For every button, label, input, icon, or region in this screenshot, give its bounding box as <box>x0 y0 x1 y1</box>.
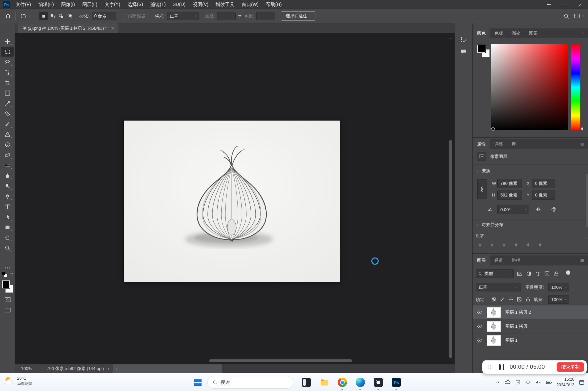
rotation-angle-dropdown[interactable] <box>522 205 529 214</box>
tab-patterns[interactable]: 图案 <box>525 28 542 38</box>
feather-input[interactable]: 0 像素 <box>92 12 116 20</box>
version-history-button[interactable] <box>459 35 468 44</box>
layer-thumbnail[interactable] <box>487 307 501 318</box>
crop-tool[interactable] <box>1 78 14 88</box>
layer-name[interactable]: 图层 1 <box>505 337 518 343</box>
eyedropper-tool[interactable] <box>1 99 14 108</box>
phone-link-app-icon[interactable] <box>301 377 311 387</box>
add-selection-mode-button[interactable] <box>48 12 57 20</box>
dodge-tool[interactable] <box>1 181 14 191</box>
intersect-selection-mode-button[interactable] <box>65 12 74 20</box>
lock-all-icon[interactable] <box>525 297 531 302</box>
input-method-icon[interactable] <box>515 379 521 385</box>
rectangular-marquee-tool[interactable] <box>1 47 14 57</box>
foreground-color-swatch[interactable] <box>477 45 485 53</box>
tab-color[interactable]: 颜色 <box>473 28 490 38</box>
layer-name[interactable]: 图层 1 拷贝 <box>505 323 527 329</box>
rectangle-tool[interactable] <box>1 222 14 232</box>
properties-scrollbar-thumb[interactable] <box>586 174 588 227</box>
history-brush-tool[interactable] <box>1 140 14 150</box>
start-button[interactable] <box>193 377 203 387</box>
color-field-selector[interactable] <box>491 127 495 131</box>
horizontal-scroll-thumb[interactable] <box>209 359 352 362</box>
align-center-horizontal-icon[interactable] <box>490 242 494 247</box>
object-selection-tool[interactable] <box>1 68 14 77</box>
fill-input[interactable]: 100% <box>548 295 562 304</box>
align-top-icon[interactable] <box>514 242 518 247</box>
menu-select[interactable]: 选择(S) <box>124 0 147 9</box>
panel-menu-icon[interactable] <box>580 258 585 263</box>
layer-visibility-icon[interactable] <box>477 337 483 343</box>
tool-preset-button[interactable] <box>19 13 32 19</box>
vertical-scroll-thumb[interactable] <box>449 140 452 358</box>
opacity-dropdown[interactable] <box>562 283 569 291</box>
vertical-scrollbar[interactable] <box>448 37 453 358</box>
volume-muted-icon[interactable] <box>535 379 541 385</box>
gradient-tool[interactable] <box>1 161 14 170</box>
spot-healing-brush-tool[interactable] <box>1 109 14 119</box>
quick-mask-button[interactable] <box>0 296 15 303</box>
frame-tool[interactable] <box>1 88 14 98</box>
document-tab[interactable]: 例 (2).png @ 100% (图层 1 拷贝 2, RGB/8#) * <box>18 23 118 33</box>
workspace-switcher-button[interactable] <box>573 13 585 19</box>
fill-dropdown[interactable] <box>562 295 569 304</box>
weather-widget[interactable]: 28°C 局部晴朗 <box>3 375 32 387</box>
flip-horizontal-icon[interactable] <box>535 206 542 213</box>
close-button[interactable] <box>572 0 588 9</box>
filter-smart-objects-icon[interactable] <box>553 271 559 277</box>
notification-center-icon[interactable] <box>579 379 585 385</box>
scroll-up-icon[interactable] <box>449 37 453 41</box>
chrome-icon[interactable] <box>337 377 347 387</box>
comments-button[interactable] <box>459 47 468 56</box>
search-button[interactable] <box>562 13 571 19</box>
layer-visibility-icon[interactable] <box>477 309 483 315</box>
filter-type-layers-icon[interactable] <box>535 271 541 277</box>
link-dimensions-button[interactable] <box>477 179 487 199</box>
transform-height-input[interactable]: 592 像素 <box>497 191 522 200</box>
tab-channels[interactable]: 通道 <box>490 255 507 265</box>
transform-width-input[interactable]: 790 像素 <box>497 179 522 188</box>
tab-close-icon[interactable] <box>111 27 114 30</box>
lock-artboard-icon[interactable] <box>517 297 522 302</box>
menu-window[interactable]: 窗口(W) <box>238 0 262 9</box>
lock-position-icon[interactable] <box>508 297 514 302</box>
hue-slider[interactable] <box>571 44 580 130</box>
height-input[interactable] <box>256 12 275 20</box>
lock-transparency-icon[interactable] <box>491 297 496 302</box>
blend-mode-select[interactable]: 正常 <box>476 283 521 291</box>
filter-pixel-layers-icon[interactable] <box>517 271 523 277</box>
canvas-area[interactable] <box>15 33 455 364</box>
section-collapse-icon[interactable] <box>476 223 479 227</box>
filter-shape-layers-icon[interactable] <box>544 271 550 277</box>
new-selection-mode-button[interactable] <box>39 12 48 20</box>
path-selection-tool[interactable] <box>1 212 14 222</box>
layer-filter-select[interactable]: 类型 <box>476 269 514 278</box>
tab-swatches[interactable]: 色板 <box>490 28 507 38</box>
home-button[interactable] <box>4 13 12 19</box>
swap-dimensions-button[interactable] <box>236 14 244 19</box>
tab-gradients[interactable]: 渐变 <box>507 28 525 38</box>
width-input[interactable] <box>217 12 236 20</box>
taskbar-search[interactable]: 搜索 <box>207 376 293 389</box>
layer-thumbnail[interactable] <box>487 335 501 346</box>
flip-vertical-icon[interactable] <box>550 205 558 213</box>
tab-adjustments[interactable]: 调整 <box>490 139 507 149</box>
transform-y-input[interactable]: 0 像素 <box>532 191 555 200</box>
photoshop-taskbar-icon[interactable]: Ps <box>391 377 401 387</box>
edge-icon[interactable] <box>355 377 365 387</box>
menu-image[interactable]: 图像(I) <box>58 0 79 9</box>
align-left-icon[interactable] <box>478 242 482 247</box>
stop-recording-button[interactable]: 结束录制 <box>557 362 584 372</box>
subtract-selection-mode-button[interactable] <box>57 12 65 20</box>
select-and-mask-button[interactable]: 选择并遮住... <box>281 11 316 21</box>
eraser-tool[interactable] <box>1 150 14 160</box>
align-middle-vertical-icon[interactable] <box>526 242 530 247</box>
layer-thumbnail[interactable] <box>487 321 501 332</box>
menu-view[interactable]: 视图(V) <box>189 0 212 9</box>
align-right-icon[interactable] <box>502 242 506 247</box>
menu-layer[interactable]: 图层(L) <box>79 0 101 9</box>
filter-toggle-button[interactable] <box>566 270 570 275</box>
type-tool[interactable] <box>1 202 14 211</box>
menu-type[interactable]: 文字(Y) <box>101 0 124 9</box>
pause-recording-button[interactable] <box>499 364 504 370</box>
